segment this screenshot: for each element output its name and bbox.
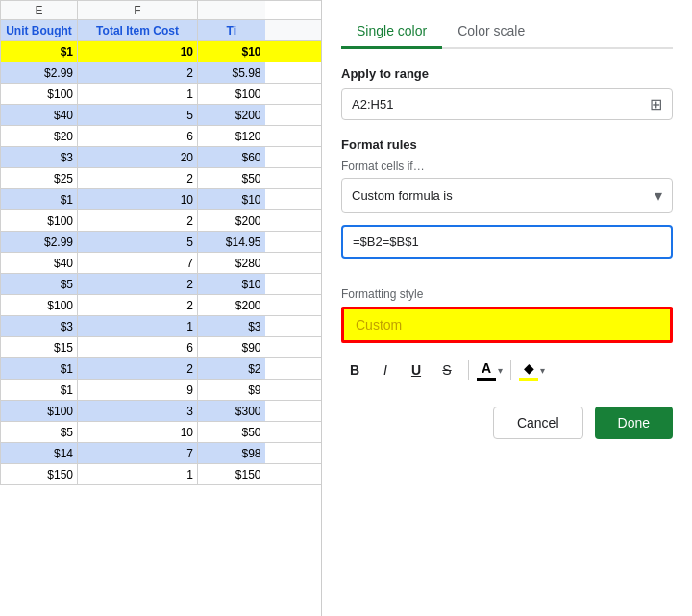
- toolbar-divider: [468, 360, 469, 380]
- formatting-style-label: Formatting style: [341, 287, 673, 301]
- table-row: $40: [1, 253, 78, 274]
- spreadsheet-panel: E F Unit Bought Total Item Cost Ti $110$…: [0, 0, 322, 616]
- col-header-cut: [265, 1, 323, 20]
- underline-button[interactable]: U: [403, 357, 430, 383]
- table-row: 1: [78, 464, 198, 485]
- done-button[interactable]: Done: [595, 407, 673, 439]
- fill-color-label: ◆: [524, 360, 534, 376]
- strikethrough-button[interactable]: S: [433, 357, 460, 383]
- table-row: $5: [1, 274, 78, 295]
- table-row: $1: [1, 358, 78, 380]
- table-row: $1: [1, 380, 78, 401]
- table-row: $90: [198, 337, 265, 358]
- range-select-icon[interactable]: ⊞: [650, 95, 662, 113]
- col-header-e: E: [1, 1, 78, 20]
- col-sub-header-e: Unit Bought: [1, 20, 78, 41]
- table-row: $100: [1, 84, 78, 105]
- font-color-button-group[interactable]: A ▾: [477, 360, 503, 381]
- table-row: $14: [1, 443, 78, 464]
- table-row: $1: [1, 189, 78, 210]
- table-row: 9: [78, 380, 198, 401]
- table-row: 3: [78, 401, 198, 422]
- tabs-container: Single color Color scale: [341, 15, 673, 49]
- table-row: $1: [1, 41, 78, 62]
- table-row: $200: [198, 210, 265, 232]
- table-row: $3: [1, 316, 78, 337]
- fill-color-indicator: [519, 378, 538, 381]
- table-row: 5: [78, 232, 198, 253]
- table-row: 2: [78, 295, 198, 316]
- table-row: $200: [198, 295, 265, 316]
- table-row: 2: [78, 210, 198, 232]
- table-row: $200: [198, 105, 265, 126]
- table-row: $100: [198, 84, 265, 105]
- table-row: 7: [78, 253, 198, 274]
- table-row: $150: [1, 464, 78, 485]
- table-row: $10: [198, 189, 265, 210]
- table-row: $2.99: [1, 62, 78, 84]
- table-row: $10: [198, 41, 265, 62]
- font-color-arrow-icon: ▾: [498, 365, 503, 376]
- cancel-button[interactable]: Cancel: [493, 407, 583, 439]
- table-row: 2: [78, 274, 198, 295]
- table-row: 10: [78, 41, 198, 62]
- fill-color-arrow-icon: ▾: [540, 365, 545, 376]
- col-header-g: [198, 1, 265, 20]
- format-condition-dropdown[interactable]: Custom formula is ▾: [341, 178, 673, 213]
- table-row: $300: [198, 401, 265, 422]
- table-row: $60: [198, 147, 265, 168]
- col-sub-header-f: Total Item Cost: [78, 20, 198, 41]
- bold-button[interactable]: B: [341, 357, 368, 383]
- format-rules-section: Format rules Format cells if… Custom for…: [341, 137, 673, 274]
- side-panel: Single color Color scale Apply to range …: [322, 0, 692, 616]
- font-color-indicator: [477, 378, 496, 381]
- apply-to-range-label: Apply to range: [341, 66, 673, 81]
- table-row: 10: [78, 189, 198, 210]
- table-row: 2: [78, 168, 198, 189]
- dropdown-arrow-icon: ▾: [655, 186, 662, 205]
- formatting-style-section: Formatting style Custom B I U S A ▾ ◆: [341, 287, 673, 387]
- table-row: $100: [1, 295, 78, 316]
- font-color-label: A: [482, 360, 491, 376]
- table-row: $14.95: [198, 232, 265, 253]
- formula-input[interactable]: [341, 225, 673, 259]
- table-row: $10: [198, 274, 265, 295]
- dropdown-value: Custom formula is: [352, 188, 453, 203]
- table-row: $50: [198, 422, 265, 443]
- tab-color-scale[interactable]: Color scale: [442, 15, 540, 49]
- table-row: $120: [198, 126, 265, 147]
- col-sub-header-g: Ti: [198, 20, 265, 41]
- table-row: $100: [1, 210, 78, 232]
- table-row: 6: [78, 126, 198, 147]
- table-row: 5: [78, 105, 198, 126]
- tab-single-color[interactable]: Single color: [341, 15, 442, 49]
- table-row: $40: [1, 105, 78, 126]
- table-row: $5: [1, 422, 78, 443]
- table-row: $3: [198, 316, 265, 337]
- table-row: 2: [78, 358, 198, 380]
- table-row: 10: [78, 422, 198, 443]
- table-row: $25: [1, 168, 78, 189]
- col-header-f: F: [78, 1, 198, 20]
- table-row: $5.98: [198, 62, 265, 84]
- table-row: $9: [198, 380, 265, 401]
- italic-button[interactable]: I: [372, 357, 399, 383]
- table-row: $15: [1, 337, 78, 358]
- table-row: $50: [198, 168, 265, 189]
- fill-color-button-group[interactable]: ◆ ▾: [519, 360, 545, 381]
- table-row: $98: [198, 443, 265, 464]
- table-row: 7: [78, 443, 198, 464]
- toolbar-divider-2: [510, 360, 511, 380]
- action-buttons: Cancel Done: [341, 407, 673, 439]
- custom-style-box[interactable]: Custom: [341, 307, 673, 343]
- format-cells-label: Format cells if…: [341, 160, 673, 173]
- table-row: 2: [78, 62, 198, 84]
- format-toolbar: B I U S A ▾ ◆ ▾: [341, 353, 673, 387]
- table-row: $100: [1, 401, 78, 422]
- table-row: 1: [78, 84, 198, 105]
- table-row: 20: [78, 147, 198, 168]
- table-row: $150: [198, 464, 265, 485]
- table-row: 6: [78, 337, 198, 358]
- table-row: $280: [198, 253, 265, 274]
- table-row: $2.99: [1, 232, 78, 253]
